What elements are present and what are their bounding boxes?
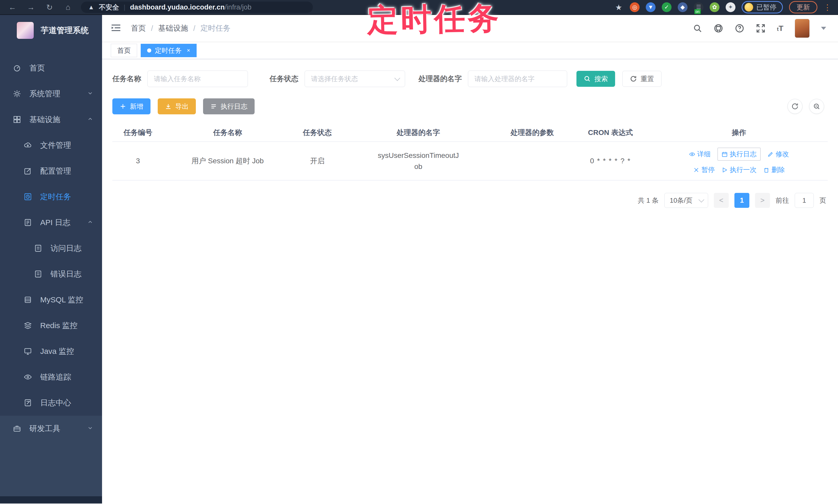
- extension-icon-orange[interactable]: ◎: [630, 2, 640, 12]
- address-bar[interactable]: ▲ 不安全 | dashboard.yudao.iocoder.cn/infra…: [81, 2, 313, 13]
- forward-icon[interactable]: →: [25, 3, 37, 12]
- database-icon: [24, 296, 32, 304]
- sidebar-item-home[interactable]: 首页: [0, 55, 102, 81]
- job-name-input[interactable]: [147, 71, 248, 87]
- extension-icon-puzzle[interactable]: ◆: [678, 2, 687, 12]
- tab-label: 定时任务: [155, 46, 182, 55]
- sidebar-item-access-log[interactable]: 访问日志: [0, 235, 102, 261]
- prev-page-button[interactable]: <: [714, 193, 729, 208]
- col-handler-name: 处理器的名字: [343, 124, 494, 142]
- sidebar-item-log-center[interactable]: 日志中心: [0, 390, 102, 416]
- export-button[interactable]: 导出: [158, 98, 196, 114]
- extension-icon-leaf[interactable]: ✿: [710, 2, 719, 12]
- sidebar-item-files[interactable]: 文件管理: [0, 132, 102, 158]
- columns-icon: [813, 103, 820, 110]
- browser-menu-icon[interactable]: ⋮: [824, 3, 831, 12]
- reload-icon[interactable]: ↻: [44, 3, 55, 12]
- page-size-select[interactable]: 10条/页: [664, 193, 708, 208]
- active-tab-dot: [147, 49, 151, 53]
- page-1-button[interactable]: 1: [734, 193, 749, 208]
- cell-handler-name: sysUserSessionTimeoutJob: [343, 142, 494, 180]
- sidebar-item-label: 系统管理: [29, 89, 60, 99]
- tab-close-icon[interactable]: ×: [187, 47, 190, 54]
- job-status-select[interactable]: 请选择任务状态: [304, 71, 405, 87]
- extension-icon-switch[interactable]: ☰on: [694, 2, 703, 12]
- handler-name-input[interactable]: [468, 71, 567, 87]
- refresh-table-button[interactable]: [787, 99, 802, 114]
- edit-icon: [24, 167, 32, 175]
- sidebar-item-mysql[interactable]: MySQL 监控: [0, 287, 102, 313]
- log-icon: [24, 218, 32, 227]
- extension-icon-blue[interactable]: ▼: [646, 2, 656, 12]
- extension-icon-green-check[interactable]: ✓: [662, 2, 671, 12]
- url-path: /infra/job: [225, 3, 251, 11]
- eye-icon: [24, 373, 32, 381]
- filter-form: 任务名称 任务状态 请选择任务状态 处理器的名字 搜索: [112, 71, 828, 87]
- user-avatar[interactable]: [795, 19, 810, 38]
- goto-unit-label: 页: [819, 196, 826, 205]
- pause-link[interactable]: 暂停: [693, 165, 715, 174]
- chevron-down-icon: [87, 424, 93, 433]
- dashboard-icon: [13, 64, 21, 72]
- tab-scheduled-jobs[interactable]: 定时任务 ×: [141, 44, 197, 57]
- help-icon[interactable]: [735, 23, 745, 33]
- sidebar-item-system[interactable]: 系统管理: [0, 81, 102, 107]
- plus-icon: [120, 103, 126, 110]
- table-row: 3 用户 Session 超时 Job 开启 sysUserSessionTim…: [112, 142, 828, 180]
- next-page-button[interactable]: >: [755, 193, 770, 208]
- breadcrumb-infra[interactable]: 基础设施: [158, 23, 188, 34]
- extension-icon-star[interactable]: ✦: [726, 2, 735, 12]
- cloud-upload-icon: [24, 141, 32, 149]
- home-icon[interactable]: ⌂: [63, 3, 74, 12]
- sidebar-bottom-strip: [0, 496, 102, 503]
- sidebar-toggle-icon[interactable]: [111, 23, 121, 33]
- sidebar-item-error-log[interactable]: 错误日志: [0, 261, 102, 287]
- search-icon: [584, 75, 591, 83]
- sidebar-item-label: 日志中心: [40, 398, 71, 408]
- sidebar-item-scheduled-jobs[interactable]: 定时任务: [0, 184, 102, 210]
- notebook-icon: [24, 399, 32, 407]
- search-button[interactable]: 搜索: [576, 71, 615, 87]
- delete-link[interactable]: 删除: [763, 165, 785, 174]
- paused-label: 已暂停: [756, 3, 776, 12]
- user-menu-caret-icon[interactable]: [821, 27, 826, 30]
- sidebar-item-tracing[interactable]: 链路追踪: [0, 364, 102, 390]
- job-log-link[interactable]: 执行日志: [717, 148, 761, 161]
- content: 任务名称 任务状态 请选择任务状态 处理器的名字 搜索: [102, 59, 838, 503]
- sidebar-item-infra[interactable]: 基础设施: [0, 107, 102, 132]
- add-button[interactable]: 新增: [112, 98, 151, 114]
- browser-update-button[interactable]: 更新: [789, 1, 817, 13]
- font-size-icon[interactable]: tT: [777, 24, 783, 33]
- breadcrumb-home[interactable]: 首页: [131, 23, 146, 34]
- fullscreen-icon[interactable]: [756, 23, 766, 33]
- detail-link[interactable]: 详细: [689, 150, 711, 159]
- column-settings-button[interactable]: [809, 99, 824, 114]
- edit-link[interactable]: 修改: [767, 150, 789, 159]
- paused-extension-pill[interactable]: 已暂停: [741, 1, 783, 13]
- goto-page-input[interactable]: [795, 193, 814, 208]
- col-handler-param: 处理器的参数: [494, 124, 571, 142]
- sidebar-item-devtools[interactable]: 研发工具: [0, 416, 102, 442]
- chevron-up-icon: [87, 115, 93, 124]
- tab-home[interactable]: 首页: [111, 44, 137, 57]
- back-icon[interactable]: ←: [7, 3, 18, 12]
- sidebar-item-api-log[interactable]: API 日志: [0, 210, 102, 235]
- sidebar-item-redis[interactable]: Redis 监控: [0, 313, 102, 338]
- pagination-total: 共 1 条: [638, 196, 659, 205]
- extension-on-badge: on: [694, 9, 701, 14]
- search-icon[interactable]: [693, 24, 702, 33]
- execution-log-button[interactable]: 执行日志: [203, 98, 255, 114]
- github-icon[interactable]: [714, 23, 723, 33]
- sidebar-item-label: 访问日志: [51, 243, 82, 254]
- sidebar-item-label: MySQL 监控: [40, 294, 83, 305]
- table-toolbar: 新增 导出 执行日志: [112, 98, 828, 114]
- topbar-actions: tT: [693, 19, 826, 38]
- run-once-link[interactable]: 执行一次: [721, 165, 756, 174]
- bookmark-star-icon[interactable]: ★: [614, 2, 624, 12]
- sidebar-item-label: Redis 监控: [40, 320, 77, 331]
- screen: ← → ↻ ⌂ ▲ 不安全 | dashboard.yudao.iocoder.…: [0, 0, 838, 504]
- sidebar-item-java[interactable]: Java 监控: [0, 338, 102, 364]
- emoji-face-icon: [745, 3, 753, 12]
- reset-button[interactable]: 重置: [622, 71, 662, 87]
- sidebar-item-config[interactable]: 配置管理: [0, 158, 102, 184]
